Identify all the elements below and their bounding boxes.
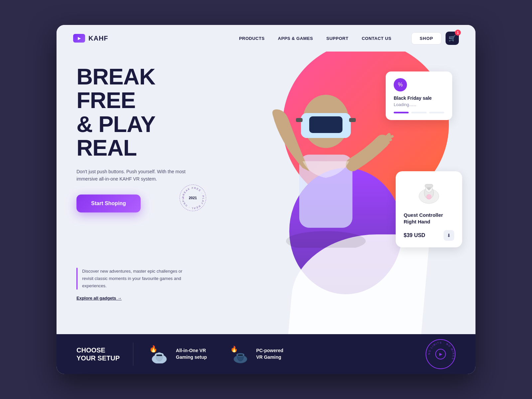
hero-quote: Discover new adventures, master epic cha… — [76, 268, 190, 301]
sale-icon: % — [394, 78, 407, 91]
navbar: KAHF PRODUCTS APPS & GAMES SUPPORT CONTA… — [57, 25, 475, 52]
cart-badge: 1 — [455, 30, 461, 36]
cta-button[interactable]: Start Shoping — [76, 195, 141, 212]
svg-rect-6 — [296, 118, 303, 122]
svg-rect-32 — [238, 354, 243, 356]
explore-link[interactable]: Explore all gadgets → — [76, 296, 122, 301]
controller-name: Quest Controller Right Hand — [404, 212, 454, 225]
controller-price-row: $39 USD ⬇ — [404, 230, 454, 241]
svg-rect-7 — [349, 118, 356, 122]
svg-text:NO LIMITS · NO WIRES ·: NO LIMITS · NO WIRES · — [428, 341, 455, 363]
choose-setup: CHOOSE YOUR SETUP — [76, 346, 120, 362]
svg-point-20 — [428, 188, 430, 190]
nav-contact[interactable]: CONTACT US — [362, 36, 391, 41]
controller-card: Quest Controller Right Hand $39 USD ⬇ — [396, 171, 462, 247]
sale-subtitle: Loading...... — [394, 102, 444, 107]
logo-area: KAHF — [73, 34, 108, 43]
svg-text:🔥: 🔥 — [149, 345, 158, 353]
bottom-bar: CHOOSE YOUR SETUP 🔥 All-in-One VR Gaming… — [57, 334, 475, 374]
no-limits-badge: NO LIMITS · NO WIRES · ▶ — [426, 339, 456, 369]
nav-links: PRODUCTS APPS & GAMES SUPPORT CONTACT US — [239, 36, 391, 41]
vr-person-area — [243, 52, 409, 264]
svg-line-12 — [381, 145, 386, 146]
main-card: KAHF PRODUCTS APPS & GAMES SUPPORT CONTA… — [57, 25, 475, 374]
svg-point-22 — [426, 194, 432, 200]
year-badge: BREAK FREE · PLAY REAL · UNPLUG · 2021 — [180, 185, 206, 211]
vr-person-svg — [253, 52, 399, 248]
shop-button[interactable]: SHOP — [411, 32, 442, 45]
nav-support[interactable]: SUPPORT — [327, 36, 348, 41]
hero-subtitle: Don't just push buttons. Push yourself. … — [76, 168, 190, 183]
quote-bar — [76, 268, 77, 290]
shop-btn-wrap: SHOP 🛒 1 — [411, 32, 459, 45]
bottom-item-pc[interactable]: 🔥 PC-powered VR Gaming — [227, 344, 283, 364]
controller-price: $39 USD — [404, 232, 425, 238]
hero-title-line2: & PLAY REAL — [76, 111, 155, 160]
pc-img: 🔥 — [227, 344, 250, 364]
quote-text: Discover new adventures, master epic cha… — [82, 268, 190, 290]
sale-percent-icon: % — [398, 82, 403, 88]
allinone-label: All-in-One VR Gaming setup — [176, 347, 207, 360]
year-text: 2021 — [189, 196, 197, 200]
pc-label: PC-powered VR Gaming — [256, 347, 283, 360]
svg-rect-27 — [156, 354, 162, 356]
controller-image — [414, 178, 444, 208]
bottom-divider — [133, 342, 133, 366]
nav-apps-games[interactable]: APPS & GAMES — [278, 36, 313, 41]
cart-button[interactable]: 🛒 1 — [446, 32, 459, 45]
logo-icon — [73, 34, 85, 43]
choose-title-line1: CHOOSE — [76, 346, 120, 354]
cart-icon: 🛒 — [449, 35, 456, 42]
svg-point-0 — [286, 231, 366, 248]
hero-title: BREAK FREE & PLAY REAL — [76, 65, 216, 160]
nav-products[interactable]: PRODUCTS — [239, 36, 265, 41]
hero-title-line1: BREAK FREE — [76, 64, 155, 113]
bottom-item-allinone[interactable]: 🔥 All-in-One VR Gaming setup — [147, 344, 207, 364]
quote-container: Discover new adventures, master epic cha… — [76, 268, 190, 290]
hero-section: BREAK FREE & PLAY REAL Don't just push b… — [57, 52, 475, 334]
logo-text: KAHF — [88, 35, 108, 42]
svg-rect-5 — [309, 116, 342, 133]
svg-text:🔥: 🔥 — [230, 345, 238, 353]
sale-title: Black Friday sale — [394, 95, 444, 101]
download-button[interactable]: ⬇ — [444, 230, 454, 241]
bottom-items: 🔥 All-in-One VR Gaming setup 🔥 — [147, 344, 426, 364]
sale-card: % Black Friday sale Loading...... — [386, 71, 452, 120]
allinone-img: 🔥 — [147, 344, 170, 364]
choose-title-line2: YOUR SETUP — [76, 354, 120, 362]
svg-rect-21 — [425, 184, 433, 188]
